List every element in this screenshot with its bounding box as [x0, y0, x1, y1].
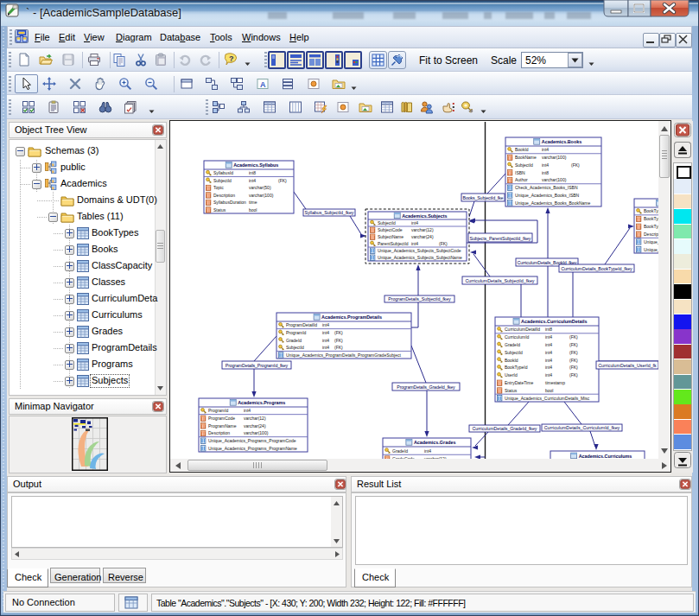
svg-text:(FK): (FK) — [278, 178, 287, 183]
svg-text:BookTypeId: BookTypeId — [505, 365, 528, 370]
svg-text:int4: int4 — [545, 334, 552, 340]
svg-text:CurriculumDetailId: CurriculumDetailId — [505, 327, 540, 332]
svg-text:SubjectId: SubjectId — [515, 162, 533, 168]
svg-text:GradeId: GradeId — [392, 448, 408, 454]
svg-text:varchar(12): varchar(12) — [411, 227, 434, 232]
svg-text:varchar(24): varchar(24) — [244, 423, 266, 429]
svg-text:Academics.Programs: Academics.Programs — [238, 400, 285, 405]
svg-text:Unique_Academics_BookTypes_N: Unique_Academics_BookTypes_N — [644, 247, 658, 252]
svg-text:Unique_Academics_Programs_Prog: Unique_Academics_Programs_ProgramName — [208, 446, 297, 451]
svg-text:(FK): (FK) — [569, 365, 578, 370]
svg-text:BookTypeName: BookTypeName — [644, 224, 658, 229]
svg-text:int4: int4 — [249, 178, 256, 183]
svg-text:int4: int4 — [542, 147, 549, 152]
svg-text:(FK): (FK) — [569, 372, 578, 378]
svg-text:BookTypeCode: BookTypeCode — [644, 216, 658, 221]
svg-text:EntryDateTime: EntryDateTime — [505, 380, 533, 385]
svg-text:timestamp: timestamp — [545, 380, 565, 385]
svg-text:BookId: BookId — [505, 358, 518, 363]
svg-text:Unique_Academics_BookTypes_C: Unique_Academics_BookTypes_C — [644, 239, 658, 244]
svg-text:UserId: UserId — [505, 372, 518, 378]
svg-text:ProgramDetails_SubjectId_fkey: ProgramDetails_SubjectId_fkey — [388, 296, 451, 302]
svg-text:time: time — [249, 200, 257, 205]
svg-text:Academics.Books: Academics.Books — [542, 139, 581, 144]
svg-text:Unique_Academics_ProgramDetail: Unique_Academics_ProgramDetails_ProgramG… — [286, 352, 401, 358]
svg-text:(FK): (FK) — [334, 330, 343, 335]
svg-text:BookTypeId: BookTypeId — [644, 208, 658, 213]
svg-text:ProgramDetails_GradeId_fkey: ProgramDetails_GradeId_fkey — [397, 384, 455, 390]
svg-text:bool: bool — [249, 207, 257, 213]
svg-text:Description: Description — [213, 193, 235, 198]
svg-text:int4: int4 — [411, 220, 418, 225]
svg-text:ProgramName: ProgramName — [208, 423, 237, 429]
svg-text:(FK): (FK) — [571, 162, 580, 168]
svg-text:SubjectName: SubjectName — [378, 234, 404, 239]
svg-text:SubjectId: SubjectId — [286, 345, 304, 350]
svg-text:int8: int8 — [542, 170, 549, 175]
svg-text:int4: int4 — [322, 345, 329, 350]
svg-text:GradeId: GradeId — [505, 342, 520, 347]
svg-text:SyllabusId: SyllabusId — [213, 170, 233, 175]
svg-text:int4: int4 — [322, 330, 329, 335]
svg-text:(FK): (FK) — [569, 334, 578, 340]
svg-text:Description: Description — [208, 430, 230, 435]
svg-text:ProgramDetailId: ProgramDetailId — [286, 322, 317, 327]
svg-text:int4: int4 — [545, 358, 552, 363]
svg-text:Unique_Academics_Programs_Prog: Unique_Academics_Programs_ProgramCode — [208, 438, 296, 443]
svg-text:Academics.CurriculumDetails: Academics.CurriculumDetails — [521, 319, 587, 324]
svg-text:Academics.Grades: Academics.Grades — [414, 440, 456, 445]
svg-text:BookName: BookName — [515, 155, 537, 160]
svg-text:bool: bool — [545, 388, 553, 393]
svg-text:(FK): (FK) — [569, 358, 578, 363]
svg-text:Academics.Subjects: Academics.Subjects — [402, 213, 447, 219]
svg-text:int4: int4 — [545, 350, 552, 355]
svg-text:varchar(24): varchar(24) — [411, 234, 434, 239]
svg-text:Status: Status — [505, 388, 518, 393]
svg-text:Academics.Curriculums: Academics.Curriculums — [579, 454, 632, 459]
svg-text:BookId: BookId — [515, 147, 529, 152]
svg-text:varchar(50): varchar(50) — [249, 185, 271, 190]
svg-text:Unique_Academics_Subjects_Subj: Unique_Academics_Subjects_SubjectCode — [378, 248, 461, 253]
svg-text:Author: Author — [515, 177, 528, 182]
svg-text:GradeCode: GradeCode — [392, 456, 415, 459]
svg-text:(FK): (FK) — [334, 338, 343, 343]
svg-text:SubjectCode: SubjectCode — [378, 227, 403, 232]
svg-text:int4: int4 — [545, 342, 552, 347]
svg-text:Unique_Academics_Books_ISBN: Unique_Academics_Books_ISBN — [515, 193, 580, 198]
svg-text:varchar(100): varchar(100) — [244, 430, 269, 435]
svg-text:(FK): (FK) — [569, 350, 578, 355]
svg-text:Unique_Academics_CurriculumDet: Unique_Academics_CurriculumDetails_Misc — [505, 396, 590, 401]
svg-text:A: A — [260, 80, 266, 89]
svg-text:CurriculumDetails_BookTypeId_f: CurriculumDetails_BookTypeId_fkey — [561, 266, 632, 271]
svg-text:CurriculumDetails_UserId_fk: CurriculumDetails_UserId_fk — [598, 363, 657, 368]
svg-text:SubjectId: SubjectId — [213, 178, 232, 183]
svg-text:Academics.Syllabus: Academics.Syllabus — [233, 162, 278, 168]
svg-text:ISBN: ISBN — [515, 170, 525, 175]
svg-text:(FK): (FK) — [569, 342, 578, 347]
svg-text:int8: int8 — [545, 327, 552, 332]
svg-text:int4: int4 — [545, 372, 552, 378]
svg-text:varchar(12): varchar(12) — [424, 456, 447, 459]
svg-text:int4: int4 — [322, 338, 329, 343]
svg-text:int4: int4 — [322, 322, 329, 327]
svg-text:int4: int4 — [424, 448, 431, 454]
svg-text:Unique_Academics_Subjects_Subj: Unique_Academics_Subjects_SubjectName — [378, 255, 462, 260]
svg-text:Description: Description — [644, 232, 658, 237]
svg-text:varchar(100): varchar(100) — [542, 155, 567, 160]
svg-text:Check_Academics_Books_ISBN: Check_Academics_Books_ISBN — [515, 185, 578, 190]
svg-text:ProgramId: ProgramId — [286, 330, 307, 335]
svg-text:Status: Status — [213, 207, 226, 213]
svg-text:Syllabus_SubjectId_fkey: Syllabus_SubjectId_fkey — [305, 210, 354, 215]
svg-text:int4: int4 — [411, 241, 418, 246]
svg-text:Unique_Academics_Books_BookNam: Unique_Academics_Books_BookName — [515, 200, 590, 206]
svg-text:varchar(100): varchar(100) — [542, 177, 567, 182]
svg-text:varchar(12): varchar(12) — [244, 416, 266, 421]
svg-text:Academics.ProgramDetails: Academics.ProgramDetails — [321, 314, 382, 320]
svg-text:Books_SubjectId_fke: Books_SubjectId_fke — [463, 195, 504, 200]
svg-text:int4: int4 — [244, 408, 251, 413]
svg-text:int4: int4 — [542, 162, 549, 168]
svg-text:SubjectId: SubjectId — [378, 220, 396, 225]
svg-text:Topic: Topic — [213, 185, 224, 190]
svg-text:(FK): (FK) — [334, 345, 343, 350]
svg-text:int8: int8 — [249, 170, 256, 175]
